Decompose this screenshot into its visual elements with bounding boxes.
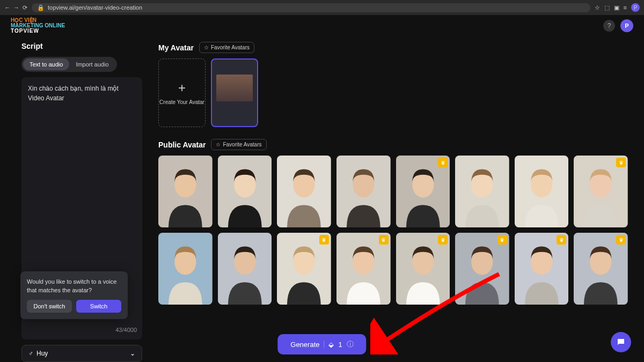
script-content: Xin chào cách bạn, mình là một Video Ava… bbox=[28, 85, 119, 102]
crown-icon: ♛ bbox=[438, 235, 448, 245]
content-area: My Avatar ☆ Favorite Avatars + Create Yo… bbox=[158, 42, 628, 362]
crown-icon: ♛ bbox=[557, 235, 566, 245]
public-avatar-card[interactable] bbox=[158, 156, 213, 227]
star-icon[interactable]: ☆ bbox=[595, 4, 600, 11]
public-avatar-card[interactable]: ♛ bbox=[455, 233, 509, 305]
public-avatar-card[interactable]: ♛ bbox=[396, 156, 450, 227]
info-icon: ⓘ bbox=[347, 339, 354, 349]
public-avatar-heading: Public Avatar bbox=[158, 141, 206, 149]
lock-icon: 🔒 bbox=[37, 4, 45, 11]
reload-icon[interactable]: ⟳ bbox=[23, 4, 27, 11]
public-avatar-card[interactable] bbox=[218, 156, 272, 227]
crown-icon: ♛ bbox=[438, 158, 448, 167]
switch-button[interactable]: Switch bbox=[76, 300, 121, 313]
browser-profile[interactable]: P bbox=[631, 3, 640, 12]
favorite-avatars-button[interactable]: ☆ Favorite Avatars bbox=[199, 42, 254, 53]
help-button[interactable]: ? bbox=[603, 20, 615, 32]
generate-button[interactable]: Generate ⬙ 1 ⓘ bbox=[277, 334, 366, 354]
script-tabs: Text to audio Import audio bbox=[21, 57, 117, 72]
my-avatar-heading: My Avatar bbox=[158, 43, 194, 52]
url-bar[interactable]: 🔒 topview.ai/gen/avatar-video-creation bbox=[32, 3, 590, 12]
chevron-down-icon: ⌄ bbox=[130, 350, 135, 357]
star-icon: ☆ bbox=[204, 45, 209, 50]
public-avatar-card[interactable] bbox=[277, 156, 331, 227]
crown-icon: ♛ bbox=[379, 235, 389, 245]
credits-icon: ⬙ bbox=[328, 341, 334, 349]
script-heading: Script bbox=[21, 42, 142, 50]
tab-import-audio[interactable]: Import audio bbox=[69, 58, 115, 70]
url-text: topview.ai/gen/avatar-video-creation bbox=[48, 4, 142, 11]
extension-icon-2[interactable]: ▣ bbox=[614, 4, 619, 11]
dont-switch-button[interactable]: Don't switch bbox=[27, 300, 72, 313]
tab-text-to-audio[interactable]: Text to audio bbox=[23, 58, 69, 70]
voice-switch-popup: Would you like to switch to a voice that… bbox=[20, 271, 128, 319]
app-header: HỌC VIỆN MARKETING ONLINE TOPVIEW ? P bbox=[0, 15, 644, 36]
public-avatar-card[interactable] bbox=[218, 233, 272, 305]
popup-message: Would you like to switch to a voice that… bbox=[27, 278, 121, 294]
public-avatar-card[interactable]: ♛ bbox=[574, 233, 628, 305]
public-avatar-card[interactable]: ♛ bbox=[396, 233, 450, 305]
chat-button[interactable] bbox=[611, 332, 631, 352]
extension-icon[interactable]: ⬚ bbox=[604, 4, 610, 11]
crown-icon: ♛ bbox=[497, 235, 507, 245]
public-avatar-card[interactable]: ♛ bbox=[336, 233, 391, 305]
public-avatar-card[interactable] bbox=[158, 233, 213, 305]
public-avatar-card[interactable] bbox=[336, 156, 391, 227]
browser-bar: ← → ⟳ 🔒 topview.ai/gen/avatar-video-crea… bbox=[0, 0, 644, 15]
public-avatar-card[interactable] bbox=[515, 156, 569, 227]
forward-icon[interactable]: → bbox=[13, 4, 19, 11]
create-avatar-label: Create Your Avatar bbox=[159, 99, 204, 106]
crown-icon: ♛ bbox=[319, 235, 329, 245]
star-icon: ☆ bbox=[216, 142, 221, 147]
create-avatar-card[interactable]: + Create Your Avatar bbox=[158, 58, 206, 127]
public-avatar-card[interactable]: ♛ bbox=[574, 156, 628, 227]
credits-count: 1 bbox=[338, 341, 342, 349]
voice-name: Huy bbox=[36, 350, 48, 357]
plus-icon: + bbox=[178, 80, 186, 95]
chat-icon bbox=[616, 337, 626, 347]
profile-button[interactable]: P bbox=[620, 19, 633, 32]
char-count: 43/4000 bbox=[115, 326, 137, 335]
back-icon[interactable]: ← bbox=[4, 4, 10, 11]
avatar-thumbnail bbox=[216, 75, 253, 101]
crown-icon: ♛ bbox=[616, 158, 626, 167]
voice-dropdown[interactable]: ♂ Huy ⌄ bbox=[21, 345, 142, 362]
favorite-public-button[interactable]: ☆ Favorite Avatars bbox=[211, 139, 266, 150]
public-avatar-card[interactable]: ♛ bbox=[277, 233, 331, 305]
public-avatar-grid: ♛ ♛ bbox=[158, 156, 628, 305]
logo: HỌC VIỆN MARKETING ONLINE TOPVIEW bbox=[11, 18, 65, 34]
crown-icon: ♛ bbox=[616, 235, 626, 245]
menu-icon[interactable]: ≡ bbox=[624, 4, 627, 11]
public-avatar-card[interactable] bbox=[455, 156, 509, 227]
public-avatar-card[interactable]: ♛ bbox=[515, 233, 569, 305]
generate-label: Generate bbox=[290, 341, 319, 349]
male-icon: ♂ bbox=[28, 350, 33, 357]
my-avatar-card[interactable] bbox=[211, 58, 258, 127]
